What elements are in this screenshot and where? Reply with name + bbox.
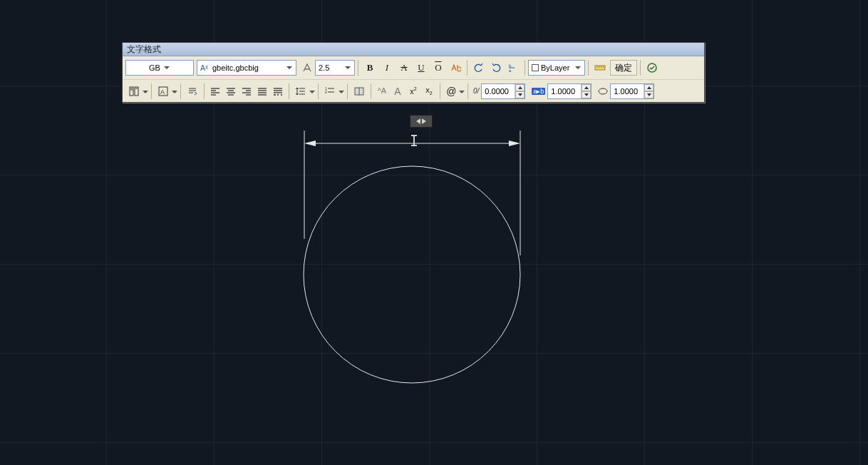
small-caps-button[interactable]: A — [390, 83, 405, 100]
separator — [525, 60, 525, 76]
toolbar-title[interactable]: 文字格式 — [123, 43, 704, 56]
separator — [467, 60, 467, 76]
ruler-button[interactable] — [591, 59, 609, 76]
align-justify-button[interactable] — [254, 83, 270, 100]
color-swatch-icon — [532, 64, 539, 71]
separator — [440, 83, 440, 99]
chevron-down-icon — [162, 61, 172, 74]
separator — [640, 60, 641, 76]
align-distribute-button[interactable] — [270, 83, 286, 100]
stack-button[interactable]: ba — [505, 59, 522, 76]
separator — [204, 83, 205, 99]
subscript-button[interactable]: x2 — [421, 83, 437, 100]
spinner-buttons[interactable] — [515, 84, 525, 98]
columns-button[interactable] — [125, 83, 143, 100]
tracking-input[interactable] — [549, 85, 581, 98]
spin-down-icon — [644, 91, 653, 98]
chevron-down-icon — [284, 61, 294, 74]
align-right-icon — [241, 86, 252, 97]
separator — [289, 83, 289, 99]
spin-down-icon — [582, 91, 591, 98]
mtext-justify-button[interactable]: A — [155, 83, 172, 100]
align-left-button[interactable] — [207, 83, 223, 100]
oblique-angle-spinner[interactable] — [481, 83, 525, 99]
separator — [151, 83, 152, 99]
uppercase-button[interactable] — [447, 59, 464, 76]
tracking-prefix: a▸b — [529, 88, 547, 95]
toolbar-row-2: A 12 ᴬA A x2 — [123, 79, 704, 102]
width-factor-spinner[interactable] — [610, 83, 654, 99]
chevron-down-icon[interactable] — [309, 85, 315, 98]
oblique-input[interactable] — [483, 85, 515, 98]
ok-button[interactable]: 确定 — [610, 60, 637, 76]
overline-button[interactable]: O — [430, 59, 447, 76]
underline-button[interactable]: U — [413, 59, 430, 76]
width-prefix — [596, 87, 610, 96]
width-factor-icon — [598, 87, 608, 96]
align-center-button[interactable] — [223, 83, 239, 100]
chevron-down-icon[interactable] — [339, 85, 344, 98]
redo-icon — [490, 62, 502, 73]
chevron-down-icon — [573, 61, 583, 74]
annotative-icon — [301, 62, 313, 73]
chevron-down-icon[interactable] — [143, 85, 148, 98]
paragraph-button[interactable] — [184, 83, 201, 100]
align-center-icon — [225, 86, 237, 97]
separator — [180, 83, 181, 99]
paragraph-icon — [187, 86, 198, 97]
insert-field-button[interactable] — [351, 83, 368, 100]
overline-label: O — [435, 62, 441, 73]
annotative-button[interactable] — [299, 59, 315, 76]
chevron-down-icon[interactable] — [459, 85, 465, 98]
text-format-toolbar: 文字格式 GB Aᵡ gbeitc,gbcbig 2.5 B I A U — [122, 42, 705, 103]
superscript-button[interactable]: x2 — [405, 83, 421, 100]
text-style-value: GB — [149, 63, 160, 72]
super-label: x2 — [410, 86, 416, 96]
aA-label: ᴬA — [378, 86, 386, 96]
options-button[interactable] — [644, 59, 661, 76]
numbering-button[interactable]: 12 — [321, 83, 339, 100]
text-style-combo[interactable]: GB — [125, 60, 194, 76]
svg-text:Aᵡ: Aᵡ — [200, 63, 208, 72]
svg-text:2: 2 — [325, 90, 327, 94]
font-combo[interactable]: Aᵡ gbeitc,gbcbig — [197, 60, 296, 76]
case-icon — [450, 62, 461, 73]
field-icon — [353, 86, 365, 97]
line-spacing-button[interactable] — [292, 83, 309, 100]
undo-button[interactable] — [470, 59, 487, 76]
separator — [347, 83, 348, 99]
spinner-buttons[interactable] — [644, 84, 653, 98]
separator — [467, 83, 468, 99]
width-input[interactable] — [612, 85, 644, 98]
svg-point-48 — [599, 88, 607, 94]
separator — [588, 60, 589, 76]
sub-label: x2 — [425, 86, 432, 96]
align-right-button[interactable] — [239, 83, 254, 100]
svg-text:A: A — [160, 88, 165, 96]
symbol-button[interactable]: @ — [443, 83, 459, 100]
spinner-buttons[interactable] — [581, 84, 591, 98]
strikethrough-button[interactable]: A — [396, 59, 413, 76]
color-combo[interactable]: ByLayer — [528, 60, 585, 76]
spin-up-icon — [644, 84, 653, 91]
spin-down-icon — [515, 91, 525, 98]
redo-button[interactable] — [487, 59, 505, 76]
font-a-icon: Aᵡ — [200, 63, 210, 73]
text-height-value: 2.5 — [319, 63, 329, 72]
svg-text:b: b — [509, 63, 512, 68]
line-spacing-icon — [295, 86, 306, 97]
stack-icon: ba — [507, 62, 519, 73]
toolbar-row-1: GB Aᵡ gbeitc,gbcbig 2.5 B I A U O — [123, 56, 704, 79]
text-height-combo[interactable]: 2.5 — [315, 60, 355, 76]
text-editor-handle[interactable] — [410, 115, 433, 128]
undo-icon — [473, 62, 485, 73]
italic-button[interactable]: I — [378, 59, 396, 76]
all-caps-button[interactable]: ᴬA — [374, 83, 390, 100]
chevron-down-icon[interactable] — [172, 85, 177, 98]
svg-text:a: a — [509, 68, 512, 73]
text-cursor — [413, 136, 415, 145]
bigA-label: A — [394, 86, 401, 97]
align-justify-icon — [257, 86, 268, 97]
tracking-spinner[interactable] — [547, 83, 591, 99]
bold-button[interactable]: B — [361, 59, 378, 76]
